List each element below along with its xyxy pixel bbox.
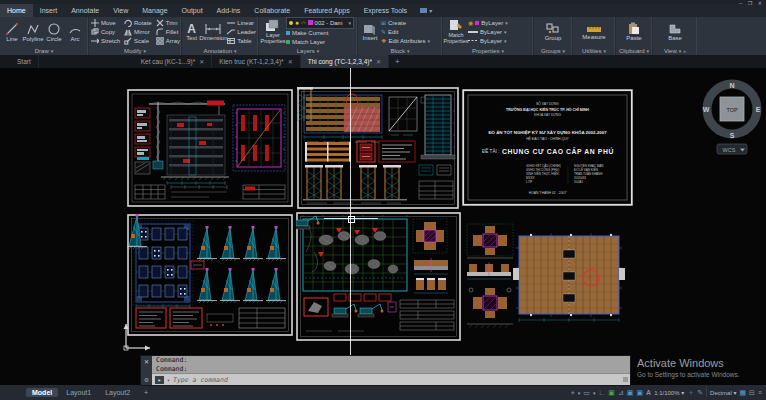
create-block-tool[interactable]: ⊞Create: [381, 19, 430, 27]
panel-label-utilities[interactable]: Utilities▾: [573, 46, 615, 55]
wrench-icon[interactable]: ⚙: [144, 376, 149, 383]
line-tool[interactable]: Line: [2, 22, 22, 42]
annotation-monitor-icon[interactable]: ✎: [697, 388, 703, 398]
ribbon-tab-manage[interactable]: Manage: [135, 4, 174, 17]
circle-tool[interactable]: Circle: [44, 22, 64, 42]
panel-label-clipboard[interactable]: Clipboard▾: [616, 46, 652, 55]
close-icon[interactable]: ✕: [288, 58, 293, 65]
scale-tool[interactable]: Scale: [124, 37, 152, 45]
ribbon-tab-express-tools[interactable]: Express Tools: [357, 4, 414, 17]
layer-dropdown[interactable]: ✸ ◠ 002 - Dam ▾: [286, 17, 354, 29]
ribbon-tab-annotate[interactable]: Annotate: [64, 4, 106, 17]
viewcube-north[interactable]: N: [729, 82, 734, 89]
quick-properties-icon[interactable]: ▦: [739, 388, 746, 398]
dimension-tool[interactable]: Dimension: [200, 23, 226, 41]
rotate-tool[interactable]: Rotate: [124, 19, 152, 27]
drawing-canvas[interactable]: BỘ XÂY DỰNG TRƯỜNG ĐẠI HỌC KIẾN TRÚC TP.…: [0, 68, 766, 385]
command-window-grip[interactable]: ✕ ⚙: [141, 356, 152, 385]
linear-tool[interactable]: Linear: [227, 19, 256, 27]
file-tab-kientruc[interactable]: Kien truc (KT-1,2,3,4)*✕: [212, 55, 300, 68]
file-tab-thicong[interactable]: Thi cong (TC-1,2,3,4)*✕: [301, 55, 389, 68]
viewcube-south[interactable]: S: [730, 132, 735, 139]
grid-snap-icon[interactable]: ⌖: [571, 388, 575, 398]
chevron-down-icon[interactable]: ▾: [167, 377, 170, 383]
workspace-switch-icon[interactable]: ＋: [687, 388, 694, 398]
annotation-visibility-icon[interactable]: A: [646, 388, 651, 398]
file-tab-start[interactable]: Start: [10, 55, 39, 68]
close-icon[interactable]: ✕: [199, 58, 204, 65]
command-window[interactable]: ✕ ⚙ Command: Command: ▸ ▾ Type a command: [141, 356, 630, 385]
edit-attributes-tool[interactable]: ❖Edit Attributes▾: [381, 37, 430, 45]
layer-properties-tool[interactable]: Layer Properties: [261, 19, 285, 44]
viewcube-west[interactable]: W: [703, 106, 710, 113]
arc-tool[interactable]: Arc: [65, 22, 85, 42]
object-snap-tracking-icon[interactable]: ▣: [636, 388, 643, 398]
fillet-tool[interactable]: Fillet: [156, 28, 180, 36]
edit-block-icon: ✎: [381, 28, 386, 35]
isodraft-icon[interactable]: ⊿: [618, 388, 624, 398]
match-properties-tool[interactable]: Match Properties: [445, 19, 467, 44]
polyline-tool[interactable]: Polyline: [23, 22, 43, 42]
viewcube[interactable]: N W E S TOP WCS: [699, 76, 765, 156]
mirror-tool[interactable]: Mirror: [124, 28, 152, 36]
panel-label-block[interactable]: Block▾: [358, 46, 442, 55]
new-layout-button[interactable]: +: [138, 388, 154, 397]
paste-tool[interactable]: Paste: [624, 22, 644, 41]
base-view-tool[interactable]: Base: [665, 23, 685, 41]
customize-icon[interactable]: ≡: [758, 388, 762, 398]
ribbon-tab-collaborate[interactable]: Collaborate: [247, 4, 297, 17]
resize-grip[interactable]: [623, 377, 628, 382]
trim-tool[interactable]: Trim: [156, 19, 180, 27]
panel-label-view[interactable]: View▾»: [653, 46, 697, 55]
array-tool[interactable]: Array: [156, 37, 180, 45]
copy-icon: [91, 28, 99, 36]
edit-block-tool[interactable]: ✎Edit: [381, 28, 430, 36]
layout2-tab[interactable]: Layout2: [99, 388, 136, 397]
new-drawing-button[interactable]: +: [389, 55, 406, 68]
osnap-icon[interactable]: ▣: [627, 388, 634, 398]
viewcube-east[interactable]: E: [756, 106, 761, 113]
chevron-down-icon[interactable]: ▾: [593, 390, 596, 396]
window-controls[interactable]: ─ ❒ ✕: [739, 0, 764, 6]
ortho-icon[interactable]: ∟: [598, 388, 605, 398]
lineweight-dropdown[interactable]: ByLayer▾: [468, 28, 526, 36]
model-tab[interactable]: Model: [26, 388, 58, 397]
linetype-dropdown[interactable]: ByLayer▾: [468, 37, 526, 45]
ribbon-tab-home[interactable]: Home: [0, 4, 33, 17]
annotation-scale-dropdown[interactable]: 1:1/100% ▾: [654, 389, 684, 396]
file-tab-ketcau[interactable]: Ket cau (KC-1...9)*✕: [134, 55, 213, 68]
leader-tool[interactable]: Leader: [227, 28, 256, 36]
chevron-down-icon[interactable]: ▾: [578, 390, 581, 396]
ribbon-tab-featured-apps[interactable]: Featured Apps: [297, 4, 357, 17]
units-dropdown[interactable]: Decimal ▾: [710, 389, 736, 396]
make-current-tool[interactable]: Make Current: [286, 30, 354, 38]
ribbon-tab-output[interactable]: Output: [175, 4, 210, 17]
layout1-tab[interactable]: Layout1: [60, 388, 97, 397]
table-tool[interactable]: Table: [227, 37, 256, 45]
ribbon-tab-addins[interactable]: Add-ins: [210, 4, 248, 17]
command-input[interactable]: ▸ ▾ Type a command: [152, 374, 630, 385]
match-layer-tool[interactable]: Match Layer: [286, 38, 354, 46]
panel-label-properties[interactable]: Properties▾: [443, 46, 533, 55]
dynamic-input-icon[interactable]: ▭: [583, 388, 590, 398]
group-tool[interactable]: Group: [543, 22, 563, 41]
close-icon[interactable]: ✕: [144, 358, 149, 365]
copy-tool[interactable]: Copy: [91, 28, 120, 36]
panel-label-layers[interactable]: Layers▾: [259, 46, 357, 55]
polar-tracking-icon[interactable]: ▣: [608, 388, 615, 398]
clean-screen-icon[interactable]: ⊟: [749, 388, 755, 398]
panel-label-modify[interactable]: Modify▾: [89, 46, 181, 55]
stretch-tool[interactable]: Stretch: [91, 37, 120, 45]
insert-block-tool[interactable]: Insert: [360, 22, 380, 41]
close-icon[interactable]: ✕: [376, 58, 381, 65]
panel-label-groups[interactable]: Groups▾: [534, 46, 572, 55]
object-color-dropdown[interactable]: ◉ByLayer▾: [468, 19, 526, 27]
text-tool[interactable]: A Text: [184, 23, 199, 41]
measure-tool[interactable]: Measure: [584, 24, 604, 40]
move-tool[interactable]: Move: [91, 19, 120, 27]
ribbon-tab-insert[interactable]: Insert: [33, 4, 65, 17]
panel-label-annotation[interactable]: Annotation▾: [182, 46, 258, 55]
panel-label-draw[interactable]: Draw▾: [0, 46, 88, 55]
ribbon-tab-view[interactable]: View: [106, 4, 135, 17]
ribbon-overflow-icon[interactable]: ▾: [420, 4, 432, 17]
